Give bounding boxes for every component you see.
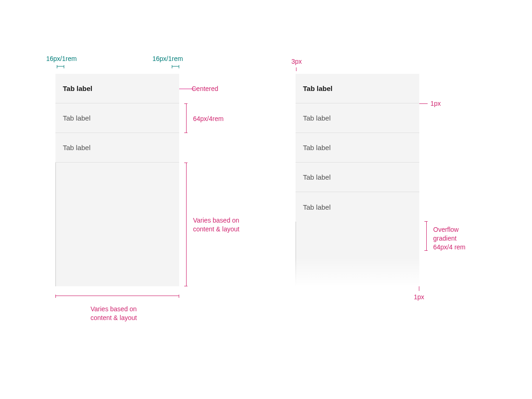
padding-right-bracket bbox=[172, 66, 179, 69]
content-width-label: Varies based on content & layout bbox=[91, 305, 137, 322]
tab-label: Tab label bbox=[63, 85, 92, 92]
content-width-bracket bbox=[55, 296, 179, 298]
overflow-bracket bbox=[424, 221, 427, 251]
tab-label: Tab label bbox=[63, 144, 91, 151]
tab-label: Tab label bbox=[303, 203, 331, 211]
tab-item-active[interactable]: Tab label bbox=[296, 74, 419, 103]
tab-item[interactable]: Tab label bbox=[296, 103, 419, 133]
tab-item[interactable]: Tab label bbox=[55, 103, 179, 133]
tab-list-right: Tab label Tab label Tab label Tab label … bbox=[296, 74, 419, 222]
overflow-label: Overflow gradient 64px/4 rem bbox=[433, 225, 466, 252]
left-panel: Tab label Tab label Tab label bbox=[55, 74, 179, 286]
tab-label: Tab label bbox=[303, 114, 331, 122]
indicator-width-tick bbox=[296, 67, 296, 71]
row-height-bracket bbox=[184, 103, 187, 133]
divider-label: 1px bbox=[430, 99, 441, 108]
tab-item[interactable]: Tab label bbox=[296, 133, 419, 163]
tab-list-left: Tab label Tab label Tab label bbox=[55, 74, 179, 163]
right-panel: Tab label Tab label Tab label Tab label … bbox=[296, 74, 419, 286]
tab-item-active[interactable]: Tab label bbox=[55, 74, 179, 103]
content-height-bracket bbox=[184, 163, 187, 286]
padding-left-bracket bbox=[57, 66, 64, 69]
border-label: 1px bbox=[414, 293, 424, 302]
tab-item[interactable]: Tab label bbox=[55, 133, 179, 163]
tab-item[interactable]: Tab label bbox=[296, 163, 419, 192]
tab-label: Tab label bbox=[303, 173, 331, 181]
content-height-label: Varies based on content & layout bbox=[193, 216, 239, 234]
border-tick bbox=[419, 286, 419, 291]
tab-label: Tab label bbox=[63, 114, 91, 122]
row-height-label: 64px/4rem bbox=[193, 115, 224, 123]
tab-label: Tab label bbox=[303, 144, 331, 151]
tab-label: Tab label bbox=[303, 85, 332, 92]
centered-label: Centered bbox=[192, 85, 218, 93]
divider-tick bbox=[419, 103, 428, 104]
tab-item[interactable]: Tab label bbox=[296, 192, 419, 222]
indicator-width-label: 3px bbox=[291, 57, 302, 66]
padding-right-label: 16px/1rem bbox=[152, 54, 183, 63]
padding-left-label: 16px/1rem bbox=[46, 54, 77, 63]
overflow-gradient bbox=[296, 257, 419, 286]
